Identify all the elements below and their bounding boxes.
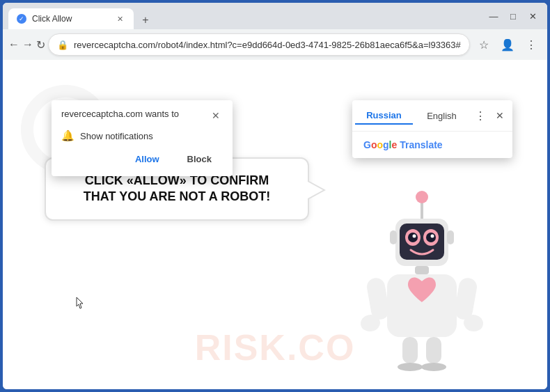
bell-icon: 🔔 — [61, 130, 74, 142]
popup-item: 🔔 Show notifications — [61, 130, 223, 142]
address-bar[interactable]: 🔒 revercecaptcha.com/robot4/index.html?c… — [48, 33, 470, 56]
nav-bar: ← → ↻ 🔒 revercecaptcha.com/robot4/index.… — [3, 29, 547, 60]
translate-body: Google Translate — [352, 132, 512, 158]
more-button[interactable]: ⋮ — [520, 33, 542, 56]
translate-header: Russian English ⋮ ✕ — [352, 100, 512, 132]
svg-point-9 — [426, 233, 436, 242]
svg-rect-23 — [447, 230, 454, 244]
svg-point-3 — [416, 191, 428, 203]
translate-close-button[interactable]: ✕ — [490, 106, 510, 125]
minimize-button[interactable]: — — [485, 7, 503, 25]
window-controls: — □ ✕ — [485, 7, 542, 25]
account-button[interactable]: 👤 — [496, 33, 519, 56]
svg-point-11 — [431, 235, 434, 238]
active-tab[interactable]: Click Allow ✕ — [8, 8, 134, 29]
translate-more-button[interactable]: ⋮ — [471, 106, 490, 125]
svg-rect-18 — [402, 337, 418, 363]
tab-favicon — [17, 14, 26, 24]
translate-service: Google Translate — [363, 139, 443, 150]
translate-popup: Russian English ⋮ ✕ Google Translate — [352, 100, 512, 158]
page-content: RISK.CO revercecaptcha.com wants to ✕ 🔔 … — [3, 60, 547, 389]
reload-button[interactable]: ↻ — [36, 33, 45, 56]
forward-button[interactable]: → — [22, 33, 33, 56]
tab-title: Click Allow — [32, 14, 109, 24]
svg-point-8 — [408, 233, 418, 242]
tab-area: Click Allow ✕ + — [8, 3, 482, 29]
nav-actions: ☆ 👤 ⋮ — [473, 33, 542, 56]
popup-title: revercecaptcha.com wants to — [61, 109, 209, 119]
close-window-button[interactable]: ✕ — [524, 7, 542, 25]
robot-character — [352, 180, 492, 375]
svg-rect-15 — [453, 276, 478, 321]
svg-point-20 — [398, 363, 423, 371]
svg-point-21 — [421, 363, 446, 371]
lock-icon: 🔒 — [57, 40, 68, 50]
google-translate-label: Google Translate — [363, 139, 443, 150]
back-button[interactable]: ← — [8, 33, 19, 56]
svg-rect-14 — [366, 276, 391, 321]
tab-close-button[interactable]: ✕ — [114, 13, 125, 24]
star-button[interactable]: ☆ — [473, 33, 495, 56]
browser-window: Click Allow ✕ + — □ ✕ ← → ↻ 🔒 revercecap… — [3, 3, 547, 389]
watermark: RISK.CO — [195, 327, 356, 368]
new-tab-button[interactable]: + — [136, 11, 155, 29]
maximize-button[interactable]: □ — [504, 7, 522, 25]
url-text: revercecaptcha.com/robot4/index.html?c=e… — [74, 40, 461, 50]
svg-rect-19 — [426, 337, 441, 363]
mouse-cursor — [76, 297, 84, 309]
popup-header: revercecaptcha.com wants to ✕ — [61, 109, 223, 123]
popup-item-text: Show notifications — [80, 131, 153, 141]
popup-buttons: Allow Block — [61, 150, 223, 168]
notification-popup: revercecaptcha.com wants to ✕ 🔔 Show not… — [52, 100, 233, 176]
block-button[interactable]: Block — [176, 150, 223, 168]
message-text: CLICK «ALLOW» TO CONFIRM THAT YOU ARE NO… — [67, 173, 287, 205]
svg-rect-22 — [390, 230, 397, 244]
svg-point-10 — [413, 235, 416, 238]
allow-button[interactable]: Allow — [124, 150, 171, 168]
popup-close-button[interactable]: ✕ — [209, 109, 223, 123]
translate-tab-english[interactable]: English — [413, 108, 471, 124]
translate-tab-russian[interactable]: Russian — [355, 107, 413, 125]
svg-rect-12 — [415, 266, 429, 274]
title-bar: Click Allow ✕ + — □ ✕ — [3, 3, 547, 29]
